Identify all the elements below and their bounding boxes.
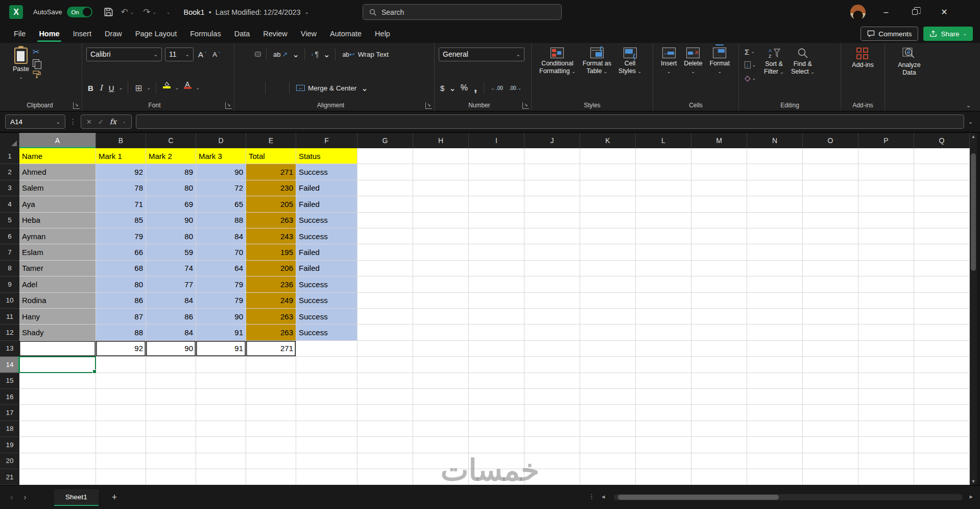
format-as-table-button[interactable]: Format as Table ⌄ xyxy=(579,47,615,76)
cell-I18[interactable] xyxy=(469,421,524,437)
cell-P4[interactable] xyxy=(858,196,914,212)
merge-center-button[interactable]: ↔ Merge & Center xyxy=(295,81,358,95)
cell-N14[interactable] xyxy=(747,357,803,373)
cell-K6[interactable] xyxy=(580,228,636,244)
cell-N20[interactable] xyxy=(747,453,803,469)
accounting-chevron-icon[interactable]: ⌄ xyxy=(449,83,456,93)
wrap-text-button[interactable]: ab↩ Wrap Text xyxy=(341,48,390,61)
cell-D10[interactable]: 79 xyxy=(196,293,246,309)
cell-M17[interactable] xyxy=(691,405,747,421)
row-header-18[interactable]: 18 xyxy=(0,421,19,437)
collapse-ribbon-icon[interactable]: ⌄ xyxy=(966,102,971,109)
fill-color-chevron-icon[interactable]: ⌄ xyxy=(175,85,179,90)
cell-I4[interactable] xyxy=(469,196,524,212)
column-header-N[interactable]: N xyxy=(747,133,803,148)
cell-G4[interactable] xyxy=(357,196,413,212)
cell-H11[interactable] xyxy=(413,309,469,325)
insert-cells-button[interactable]: ← Insert ⌄ xyxy=(657,47,680,75)
cell-J8[interactable] xyxy=(524,261,580,276)
undo-icon[interactable]: ↶ xyxy=(121,7,128,17)
tab-automate[interactable]: Automate xyxy=(323,24,368,43)
vertical-scrollbar[interactable]: ▲▼ xyxy=(970,133,977,485)
cell-J9[interactable] xyxy=(524,276,580,292)
cell-O8[interactable] xyxy=(803,261,858,276)
cell-D11[interactable]: 90 xyxy=(196,309,246,325)
cell-O20[interactable] xyxy=(803,453,858,469)
cell-K21[interactable] xyxy=(580,469,636,485)
cell-O2[interactable] xyxy=(803,164,858,180)
cell-M6[interactable] xyxy=(691,228,747,244)
cell-J2[interactable] xyxy=(524,164,580,180)
cell-G13[interactable] xyxy=(357,341,413,357)
cell-J20[interactable] xyxy=(524,453,580,469)
minimize-button[interactable]: – xyxy=(874,0,898,24)
column-header-Q[interactable]: Q xyxy=(914,133,970,148)
cell-K18[interactable] xyxy=(580,421,636,437)
align-top-icon[interactable] xyxy=(238,52,244,57)
cell-H1[interactable] xyxy=(413,148,469,164)
fx-chevron-icon[interactable]: ⌄ xyxy=(123,120,126,124)
cell-B17[interactable] xyxy=(96,405,146,421)
cell-B18[interactable] xyxy=(96,421,146,437)
sort-filter-button[interactable]: A Z Sort & Filter ⌄ xyxy=(760,47,787,77)
insert-function-icon[interactable]: fx xyxy=(110,118,116,126)
cell-E12[interactable]: 263 xyxy=(246,325,296,340)
cell-F11[interactable]: Success xyxy=(296,309,357,325)
cell-D12[interactable]: 91 xyxy=(196,325,246,340)
cell-M4[interactable] xyxy=(691,196,747,212)
cell-D6[interactable]: 84 xyxy=(196,228,246,244)
cell-F15[interactable] xyxy=(296,373,357,389)
cell-F21[interactable] xyxy=(296,469,357,485)
increase-indent-icon[interactable] xyxy=(279,85,284,90)
prev-sheet-icon[interactable]: ‹ xyxy=(5,493,18,502)
cell-K12[interactable] xyxy=(580,325,636,340)
cell-G6[interactable] xyxy=(357,228,413,244)
cell-L9[interactable] xyxy=(636,276,691,292)
cell-D15[interactable] xyxy=(196,373,246,389)
cell-B4[interactable]: 71 xyxy=(96,196,146,212)
addins-button[interactable]: Add-ins xyxy=(848,47,877,70)
cell-L18[interactable] xyxy=(636,421,691,437)
format-painter-icon[interactable] xyxy=(33,71,41,78)
cell-O6[interactable] xyxy=(803,228,858,244)
merge-center-chevron-icon[interactable]: ⌄ xyxy=(361,83,368,93)
cell-M8[interactable] xyxy=(691,261,747,276)
redo-chevron-icon[interactable]: ⌄ xyxy=(152,10,156,15)
cell-N7[interactable] xyxy=(747,244,803,260)
cell-K19[interactable] xyxy=(580,437,636,453)
cell-L7[interactable] xyxy=(636,244,691,260)
undo-chevron-icon[interactable]: ⌄ xyxy=(130,10,134,15)
cell-M5[interactable] xyxy=(691,213,747,228)
cell-I7[interactable] xyxy=(469,244,524,260)
cell-M20[interactable] xyxy=(691,453,747,469)
cell-I19[interactable] xyxy=(469,437,524,453)
cell-A5[interactable]: Heba xyxy=(19,213,96,228)
cell-E1[interactable]: Total xyxy=(246,148,296,164)
number-dialog-launcher[interactable]: ↘ xyxy=(522,102,529,109)
cell-H9[interactable] xyxy=(413,276,469,292)
cell-L21[interactable] xyxy=(636,469,691,485)
cell-C16[interactable] xyxy=(146,389,196,405)
font-size-select[interactable]: 11 ⌄ xyxy=(165,48,194,61)
cell-K1[interactable] xyxy=(580,148,636,164)
cell-B15[interactable] xyxy=(96,373,146,389)
tab-formulas[interactable]: Formulas xyxy=(183,24,227,43)
cell-P21[interactable] xyxy=(858,469,914,485)
formula-bar-drag-icon[interactable]: ⋮ xyxy=(69,118,77,126)
cell-O13[interactable] xyxy=(803,341,858,357)
cell-F18[interactable] xyxy=(296,421,357,437)
cell-P5[interactable] xyxy=(858,213,914,228)
cell-F6[interactable]: Success xyxy=(296,228,357,244)
cell-J15[interactable] xyxy=(524,373,580,389)
column-header-E[interactable]: E xyxy=(246,133,296,148)
cell-I9[interactable] xyxy=(469,276,524,292)
confirm-entry-icon[interactable]: ✓ xyxy=(98,118,104,126)
cell-F19[interactable] xyxy=(296,437,357,453)
cell-L20[interactable] xyxy=(636,453,691,469)
cell-F13[interactable] xyxy=(296,341,357,357)
cell-N12[interactable] xyxy=(747,325,803,340)
autosave-toggle[interactable]: On xyxy=(67,7,92,17)
cell-G11[interactable] xyxy=(357,309,413,325)
hscroll-left-icon[interactable]: ◂ xyxy=(602,493,605,500)
cell-P2[interactable] xyxy=(858,164,914,180)
